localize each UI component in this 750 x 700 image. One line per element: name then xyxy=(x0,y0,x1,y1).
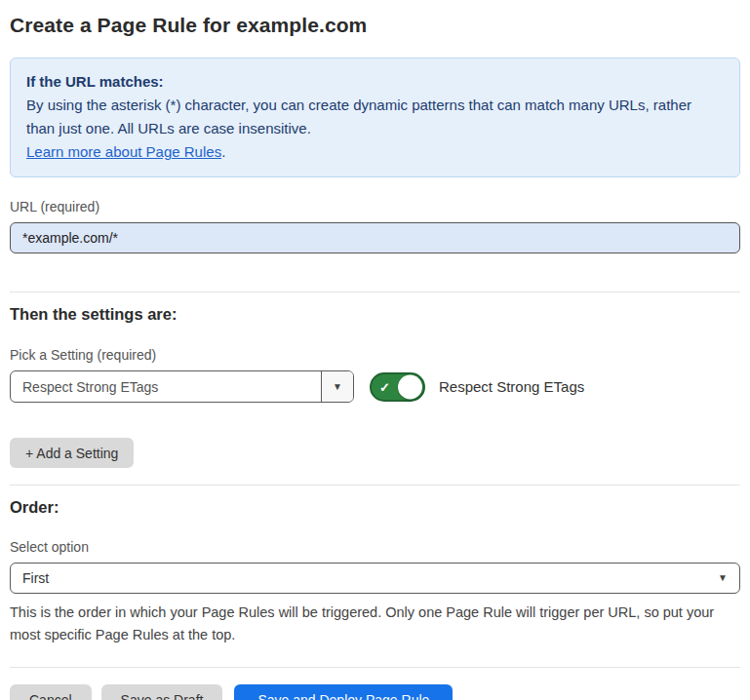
toggle-knob xyxy=(398,374,422,399)
save-and-deploy-button[interactable]: Save and Deploy Page Rule xyxy=(234,684,453,700)
create-page-rule-form: Create a Page Rule for example.com If th… xyxy=(0,0,750,700)
order-select-value: First xyxy=(22,570,49,586)
pick-setting-label: Pick a Setting (required) xyxy=(10,347,740,363)
url-field-label: URL (required) xyxy=(10,199,740,214)
chevron-down-icon: ▼ xyxy=(333,382,342,392)
info-box-heading: If the URL matches: xyxy=(26,70,724,94)
settings-section-heading: Then the settings are: xyxy=(10,305,740,324)
order-select-label: Select option xyxy=(10,539,740,555)
order-section-heading: Order: xyxy=(10,498,740,517)
setting-select-arrow-button[interactable]: ▼ xyxy=(321,371,353,402)
toggle-label: Respect Strong ETags xyxy=(439,378,584,395)
footer-divider xyxy=(10,667,740,668)
setting-select-value: Respect Strong ETags xyxy=(11,371,321,402)
url-input[interactable] xyxy=(10,222,740,253)
order-help-text: This is the order in which your Page Rul… xyxy=(10,602,740,646)
section-divider xyxy=(10,292,740,292)
setting-row: Respect Strong ETags ▼ ✓ Respect Strong … xyxy=(10,370,740,403)
info-box-body: By using the asterisk (*) character, you… xyxy=(26,94,724,140)
check-icon: ✓ xyxy=(379,380,390,393)
order-select[interactable]: First ▼ xyxy=(10,563,740,594)
add-setting-button[interactable]: + Add a Setting xyxy=(10,438,134,468)
info-box-link-line: Learn more about Page Rules. xyxy=(26,140,724,164)
save-as-draft-button[interactable]: Save as Draft xyxy=(101,684,223,700)
link-suffix: . xyxy=(221,143,225,160)
footer-actions: Cancel Save as Draft Save and Deploy Pag… xyxy=(10,684,740,700)
page-title: Create a Page Rule for example.com xyxy=(10,14,740,37)
url-match-info-box: If the URL matches: By using the asteris… xyxy=(10,58,740,177)
setting-select[interactable]: Respect Strong ETags ▼ xyxy=(10,370,354,403)
setting-toggle[interactable]: ✓ xyxy=(370,372,425,402)
cancel-button[interactable]: Cancel xyxy=(10,684,92,700)
learn-more-link[interactable]: Learn more about Page Rules xyxy=(26,143,221,160)
section-divider xyxy=(10,485,740,486)
chevron-down-icon: ▼ xyxy=(718,573,728,583)
